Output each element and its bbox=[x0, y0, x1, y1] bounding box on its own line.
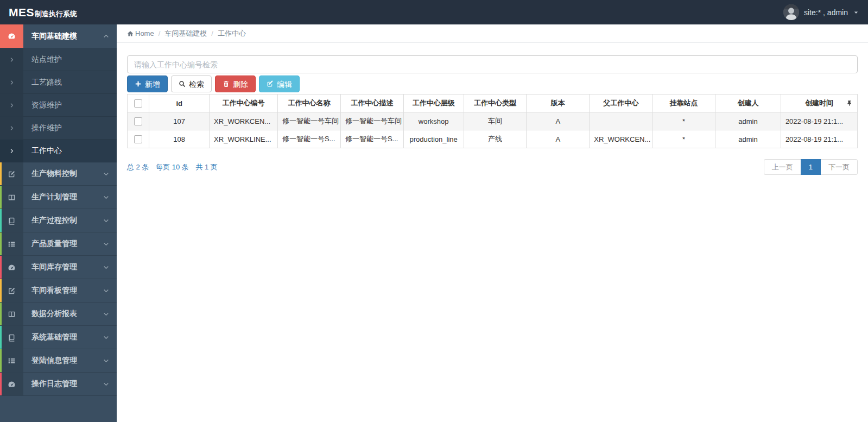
table-cell: XR_WORKCEN... bbox=[590, 130, 652, 148]
sidebar-group-7[interactable]: 车间看板管理 bbox=[0, 279, 117, 303]
plus-icon bbox=[135, 80, 142, 87]
table-cell: 2022-08-19 21:1... bbox=[781, 130, 857, 148]
breadcrumb-link[interactable]: Home bbox=[127, 29, 154, 37]
top-navbar: MES 制造执行系统 site:* , admin bbox=[0, 0, 868, 24]
caret-down-icon bbox=[853, 9, 859, 16]
sidebar-group-5[interactable]: 产品质量管理 bbox=[0, 232, 117, 256]
app-root: MES 制造执行系统 site:* , admin 车间基础建模站点维护工艺路线… bbox=[0, 0, 868, 422]
sidebar-group-icon-cell bbox=[0, 186, 23, 209]
home-icon bbox=[127, 30, 134, 37]
column-header: 工作中心层级 bbox=[403, 95, 464, 112]
chevron-down-icon bbox=[103, 288, 109, 294]
pencil-icon bbox=[8, 287, 16, 295]
sidebar-group-icon-cell bbox=[0, 373, 23, 395]
group-color-stripe bbox=[0, 373, 2, 395]
table-row[interactable]: 108XR_WORKLINE...修一智能一号S...修一智能一号S...pro… bbox=[128, 130, 858, 148]
sidebar-subitem-4[interactable]: 操作维护 bbox=[0, 117, 117, 140]
sidebar-group-1[interactable]: 车间基础建模 bbox=[0, 24, 117, 48]
sidebar-group-11[interactable]: 操作日志管理 bbox=[0, 373, 117, 396]
column-header-label: 工作中心名称 bbox=[288, 99, 330, 107]
sidebar-group-8[interactable]: 数据分析报表 bbox=[0, 303, 117, 326]
table-cell: 产线 bbox=[464, 130, 527, 148]
app-logo-secondary: 制造执行系统 bbox=[35, 9, 77, 19]
table-cell-value: 2022-08-19 21:1... bbox=[785, 135, 843, 143]
pagination-page-count: 共 1 页 bbox=[195, 163, 217, 171]
row-select-cell bbox=[128, 112, 149, 130]
table-cell-value: 修一智能一号S... bbox=[345, 135, 398, 143]
table-cell-value: A bbox=[556, 117, 561, 125]
chevron-down-icon bbox=[103, 311, 109, 317]
column-header-label: 版本 bbox=[551, 99, 565, 107]
sidebar-group-9[interactable]: 系统基础管理 bbox=[0, 326, 117, 349]
sidebar-subitem-5[interactable]: 工作中心 bbox=[0, 140, 117, 162]
table-cell bbox=[590, 112, 652, 130]
row-select-cell bbox=[128, 130, 149, 148]
row-checkbox[interactable] bbox=[134, 135, 142, 143]
select-all-cell bbox=[128, 95, 149, 112]
sidebar-group-label: 生产过程控制 bbox=[31, 216, 103, 225]
pin-icon[interactable] bbox=[846, 100, 853, 106]
sidebar-subitem-3[interactable]: 资源维护 bbox=[0, 94, 117, 117]
list-icon bbox=[8, 357, 16, 365]
next-page-button[interactable]: 下一页 bbox=[820, 159, 858, 175]
table-cell: 修一智能一号车间 bbox=[278, 112, 341, 130]
table-cell-value: 产线 bbox=[488, 135, 502, 143]
sidebar-group-2[interactable]: 生产物料控制 bbox=[0, 162, 117, 186]
column-header: 工作中心类型 bbox=[464, 95, 527, 112]
sidebar-group-icon-cell bbox=[0, 256, 23, 279]
table-cell-value: 车间 bbox=[488, 117, 502, 125]
sidebar-group-label: 登陆信息管理 bbox=[31, 356, 103, 366]
search-button[interactable]: 检索 bbox=[171, 75, 212, 92]
columns-icon bbox=[8, 193, 16, 201]
sidebar-group-label: 生产计划管理 bbox=[31, 192, 103, 202]
column-header: 创建人 bbox=[715, 95, 781, 112]
table-cell-value: admin bbox=[738, 117, 757, 125]
column-header: 挂靠站点 bbox=[652, 95, 715, 112]
sidebar-group-label: 系统基础管理 bbox=[31, 332, 103, 342]
sidebar-group-3[interactable]: 生产计划管理 bbox=[0, 186, 117, 209]
row-checkbox[interactable] bbox=[134, 117, 142, 125]
sidebar-subitem-2[interactable]: 工艺路线 bbox=[0, 71, 117, 94]
sidebar-group-4[interactable]: 生产过程控制 bbox=[0, 209, 117, 232]
add-button[interactable]: 新增 bbox=[127, 75, 168, 92]
pagination-bar: 总 2 条 每页 10 条 共 1 页 上一页 1 下一页 bbox=[127, 159, 858, 175]
sidebar-group-10[interactable]: 登陆信息管理 bbox=[0, 349, 117, 373]
table-cell: 修一智能一号S... bbox=[278, 130, 341, 148]
table-cell: A bbox=[527, 130, 590, 148]
user-menu[interactable]: site:* , admin bbox=[783, 4, 859, 20]
table-cell-value: production_line bbox=[410, 135, 458, 143]
breadcrumb-link[interactable]: 车间基础建模 bbox=[164, 29, 207, 39]
chevron-down-icon bbox=[103, 218, 109, 224]
sidebar-subitem-1[interactable]: 站点维护 bbox=[0, 48, 117, 71]
pagination-summary: 总 2 条 每页 10 条 共 1 页 bbox=[127, 162, 223, 172]
column-header: 版本 bbox=[527, 95, 590, 112]
group-color-stripe bbox=[0, 349, 2, 372]
sidebar-group-label: 车间看板管理 bbox=[31, 286, 103, 295]
group-color-stripe bbox=[0, 279, 2, 302]
table-cell-value: XR_WORKCEN... bbox=[594, 135, 650, 143]
column-header-label: 工作中心描述 bbox=[351, 99, 393, 107]
page-1-button[interactable]: 1 bbox=[801, 159, 821, 175]
table-row[interactable]: 107XR_WORKCEN...修一智能一号车间修一智能一号车间workshop… bbox=[128, 112, 858, 130]
select-all-checkbox[interactable] bbox=[134, 99, 142, 108]
delete-button[interactable]: 删除 bbox=[215, 75, 256, 92]
table-cell-value: XR_WORKCEN... bbox=[214, 117, 270, 125]
book-icon bbox=[8, 217, 16, 225]
search-input[interactable] bbox=[127, 55, 858, 73]
breadcrumb: Home/车间基础建模/工作中心 bbox=[117, 24, 868, 43]
edit-icon bbox=[267, 80, 274, 87]
column-header-label: 创建时间 bbox=[805, 99, 833, 107]
chevron-right-icon bbox=[9, 57, 15, 62]
prev-page-button[interactable]: 上一页 bbox=[764, 159, 801, 175]
table-cell: production_line bbox=[403, 130, 464, 148]
sidebar-group-icon-cell bbox=[0, 303, 23, 325]
edit-button[interactable]: 编辑 bbox=[259, 75, 300, 92]
sidebar-submenu: 站点维护工艺路线资源维护操作维护工作中心 bbox=[0, 48, 117, 162]
sidebar-group-6[interactable]: 车间库存管理 bbox=[0, 256, 117, 279]
list-icon bbox=[8, 240, 16, 248]
content-area: Home/车间基础建模/工作中心 新增检索删除编辑 id工作中心编号工作中心名称… bbox=[117, 24, 868, 422]
table-cell-value: 修一智能一号车间 bbox=[282, 117, 339, 125]
table-cell-value: XR_WORKLINE... bbox=[214, 135, 271, 143]
delete-button-label: 删除 bbox=[233, 80, 248, 88]
breadcrumb-separator: / bbox=[159, 29, 161, 37]
